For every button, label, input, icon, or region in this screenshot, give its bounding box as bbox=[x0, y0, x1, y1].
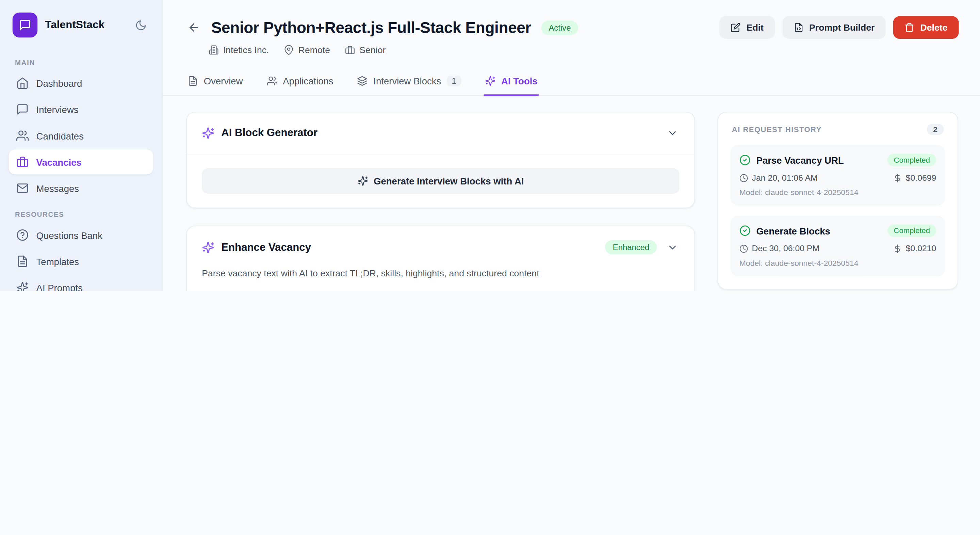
card-title: AI Block Generator bbox=[221, 127, 318, 140]
history-item-name: Generate Blocks bbox=[756, 225, 882, 236]
history-item-name: Parse Vacancy URL bbox=[756, 155, 882, 166]
history-date: Jan 20, 01:06 AM bbox=[740, 173, 818, 183]
sidebar: TalentStack MAIN Dashboard Interviews Ca… bbox=[0, 0, 163, 291]
theme-toggle-moon-icon[interactable] bbox=[132, 17, 150, 34]
sparkles-icon bbox=[202, 241, 215, 253]
layers-icon bbox=[357, 76, 368, 86]
nav-section-resources-label: RESOURCES bbox=[15, 211, 147, 218]
history-model: Model: claude-sonnet-4-20250514 bbox=[740, 259, 937, 268]
delete-label: Delete bbox=[920, 22, 948, 32]
date-text: Jan 20, 01:06 AM bbox=[752, 173, 818, 183]
back-button[interactable] bbox=[186, 20, 201, 35]
sidebar-item-candidates[interactable]: Candidates bbox=[9, 123, 153, 148]
pencil-icon bbox=[731, 22, 741, 32]
nav-label: AI Prompts bbox=[37, 282, 83, 291]
edit-label: Edit bbox=[746, 22, 764, 32]
app-title: TalentStack bbox=[45, 19, 105, 31]
arrow-left-icon bbox=[188, 21, 200, 34]
divider bbox=[187, 291, 694, 291]
nav-label: Vacancies bbox=[37, 156, 82, 167]
check-circle-icon bbox=[740, 225, 751, 236]
users-icon bbox=[16, 129, 29, 142]
chat-icon bbox=[16, 103, 29, 116]
nav-label: Questions Bank bbox=[37, 230, 103, 240]
meta-level: Senior bbox=[345, 45, 385, 55]
meta-location: Remote bbox=[284, 45, 331, 55]
generate-blocks-button[interactable]: Generate Interview Blocks with AI bbox=[202, 168, 679, 194]
app-window: TalentStack MAIN Dashboard Interviews Ca… bbox=[0, 0, 980, 291]
prompt-builder-icon bbox=[794, 22, 803, 32]
dollar-icon bbox=[893, 244, 902, 253]
sidebar-item-vacancies[interactable]: Vacancies bbox=[9, 150, 153, 174]
briefcase-icon bbox=[345, 45, 355, 55]
nav-label: Messages bbox=[37, 183, 79, 193]
left-column: AI Block Generator Generate Interview Bl… bbox=[186, 112, 695, 291]
date-text: Dec 30, 06:00 PM bbox=[752, 244, 819, 253]
level-label: Senior bbox=[360, 45, 385, 55]
brand-row: TalentStack bbox=[0, 0, 162, 49]
tab-label: Interview Blocks bbox=[373, 76, 441, 86]
tab-ai-tools[interactable]: AI Tools bbox=[484, 69, 539, 96]
card-title: Enhance Vacancy bbox=[221, 241, 311, 253]
sidebar-item-questions-bank[interactable]: Questions Bank bbox=[9, 223, 153, 247]
file-text-icon bbox=[188, 76, 198, 86]
sidebar-item-dashboard[interactable]: Dashboard bbox=[9, 71, 153, 96]
sparkles-icon bbox=[16, 282, 29, 291]
sidebar-item-messages[interactable]: Messages bbox=[9, 176, 153, 201]
enhanced-badge: Enhanced bbox=[605, 240, 657, 254]
collapse-toggle[interactable] bbox=[666, 126, 679, 140]
tab-applications[interactable]: Applications bbox=[266, 69, 335, 96]
sidebar-item-ai-prompts[interactable]: AI Prompts bbox=[9, 275, 153, 291]
tab-label: AI Tools bbox=[501, 76, 538, 86]
nav-label: Interviews bbox=[37, 104, 79, 115]
history-item-header: Parse Vacancy URL Completed bbox=[740, 154, 937, 166]
card-body: Generate Interview Blocks with AI bbox=[187, 154, 694, 208]
chevron-down-icon bbox=[667, 127, 678, 139]
right-column: AI REQUEST HISTORY 2 Parse Vacancy URL C… bbox=[718, 112, 958, 290]
sparkles-icon bbox=[357, 176, 368, 186]
history-item[interactable]: Parse Vacancy URL Completed Jan 20, 01:0… bbox=[730, 145, 945, 205]
card-description: Parse vacancy text with AI to extract TL… bbox=[202, 268, 679, 280]
tab-label: Overview bbox=[204, 76, 243, 86]
users-icon bbox=[266, 76, 277, 86]
main-content: Senior Python+React.js Full-Stack Engine… bbox=[163, 0, 980, 291]
page-title: Senior Python+React.js Full-Stack Engine… bbox=[211, 18, 531, 37]
ai-request-history-card: AI REQUEST HISTORY 2 Parse Vacancy URL C… bbox=[718, 112, 958, 290]
prompt-builder-label: Prompt Builder bbox=[809, 22, 875, 32]
history-model: Model: claude-sonnet-4-20250514 bbox=[740, 188, 937, 197]
history-date: Dec 30, 06:00 PM bbox=[740, 244, 819, 253]
section-label-text: MAIN bbox=[15, 59, 35, 66]
clock-icon bbox=[740, 174, 748, 182]
tab-bar: Overview Applications Interview Blocks1 … bbox=[163, 69, 980, 96]
history-item-meta: Dec 30, 06:00 PM $0.0210 bbox=[740, 244, 937, 253]
collapse-toggle[interactable] bbox=[666, 240, 679, 254]
mail-icon bbox=[16, 182, 29, 194]
history-header: AI REQUEST HISTORY 2 bbox=[730, 124, 945, 135]
sparkles-icon bbox=[202, 127, 215, 140]
briefcase-icon bbox=[16, 156, 29, 168]
prompt-builder-button[interactable]: Prompt Builder bbox=[782, 16, 886, 39]
cost-text: $0.0699 bbox=[906, 173, 937, 183]
generate-blocks-label: Generate Interview Blocks with AI bbox=[374, 176, 524, 186]
status-badge: Active bbox=[541, 21, 578, 35]
tab-interview-blocks[interactable]: Interview Blocks1 bbox=[356, 69, 463, 96]
delete-button[interactable]: Delete bbox=[894, 16, 959, 39]
history-item[interactable]: Generate Blocks Completed Dec 30, 06:00 … bbox=[730, 216, 945, 276]
completed-badge: Completed bbox=[888, 224, 936, 237]
section-label-text: RESOURCES bbox=[15, 211, 64, 218]
history-count-badge: 2 bbox=[927, 124, 944, 135]
edit-button[interactable]: Edit bbox=[720, 16, 775, 39]
header-actions: Edit Prompt Builder Delete bbox=[720, 16, 959, 39]
help-circle-icon bbox=[16, 229, 29, 241]
clock-icon bbox=[740, 244, 748, 253]
tab-overview[interactable]: Overview bbox=[186, 69, 244, 96]
tab-label: Applications bbox=[283, 76, 334, 86]
trash-icon bbox=[905, 22, 915, 32]
sparkles-icon bbox=[485, 76, 495, 86]
sidebar-item-interviews[interactable]: Interviews bbox=[9, 97, 153, 122]
building-icon bbox=[208, 45, 218, 55]
dollar-icon bbox=[893, 174, 902, 182]
sidebar-item-templates[interactable]: Templates bbox=[9, 249, 153, 274]
history-cost: $0.0699 bbox=[893, 173, 936, 183]
file-text-icon bbox=[16, 255, 29, 268]
